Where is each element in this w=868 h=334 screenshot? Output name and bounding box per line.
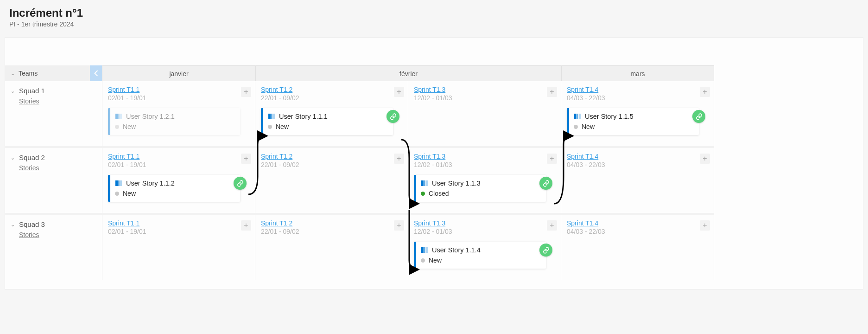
- month-label: février: [399, 70, 418, 77]
- add-card-button[interactable]: +: [700, 220, 710, 231]
- add-card-button[interactable]: +: [547, 87, 557, 97]
- sprint-cell: Sprint T1.4 04/03 - 22/03 + User Story 1…: [561, 81, 714, 146]
- card-title: User Story 1.1.3: [432, 180, 481, 187]
- link-badge[interactable]: [539, 177, 552, 190]
- sprint-cell: Sprint T1.3 12/02 - 01/03 +: [408, 81, 561, 146]
- sprint-dates: 12/02 - 01/03: [414, 161, 452, 168]
- link-icon: [696, 113, 703, 120]
- team-cell: ⌄ Squad 1 Stories: [5, 81, 102, 146]
- stories-link[interactable]: Stories: [19, 164, 39, 172]
- svg-rect-7: [577, 114, 578, 119]
- sprint-cell: Sprint T1.4 04/03 - 22/03 +: [561, 148, 714, 213]
- sprint-link[interactable]: Sprint T1.4: [567, 219, 598, 227]
- add-card-button[interactable]: +: [700, 87, 710, 97]
- svg-rect-12: [421, 180, 424, 186]
- add-card-button[interactable]: +: [547, 220, 557, 231]
- chevron-down-icon[interactable]: ⌄: [11, 155, 15, 161]
- add-card-button[interactable]: +: [394, 87, 404, 97]
- card-status: New: [582, 123, 595, 130]
- sprint-link[interactable]: Sprint T1.3: [414, 219, 445, 227]
- sprint-link[interactable]: Sprint T1.1: [108, 86, 139, 93]
- scroll-left-button[interactable]: [90, 65, 102, 81]
- sprint-link[interactable]: Sprint T1.2: [261, 86, 292, 93]
- sprint-dates: 22/01 - 09/02: [261, 161, 299, 168]
- add-card-button[interactable]: +: [241, 87, 251, 97]
- card-status: New: [429, 257, 442, 264]
- sprint-link[interactable]: Sprint T1.3: [414, 153, 445, 160]
- add-card-button[interactable]: +: [241, 154, 251, 164]
- work-item-card[interactable]: User Story 1.1.3 Closed: [414, 175, 546, 202]
- link-badge[interactable]: [539, 244, 552, 257]
- sprint-link[interactable]: Sprint T1.3: [414, 86, 445, 93]
- add-card-button[interactable]: +: [394, 154, 404, 164]
- expand-all-icon[interactable]: ⌄: [11, 71, 15, 77]
- month-label: mars: [630, 70, 645, 77]
- planning-board: ⌄ Teams janvier février mars ⌄ Squad 1 S…: [5, 37, 863, 289]
- card-status: New: [123, 190, 136, 197]
- link-badge[interactable]: [234, 177, 247, 190]
- chevron-left-icon: [94, 70, 98, 77]
- month-header: mars: [561, 65, 714, 81]
- sprint-dates: 04/03 - 22/03: [567, 161, 605, 168]
- svg-rect-3: [268, 114, 271, 119]
- link-icon: [543, 247, 550, 254]
- sprint-dates: 12/02 - 01/03: [414, 228, 452, 235]
- sprint-link[interactable]: Sprint T1.2: [261, 153, 292, 160]
- status-dot-icon: [115, 192, 119, 196]
- user-story-icon: [421, 246, 428, 254]
- chevron-down-icon[interactable]: ⌄: [11, 88, 15, 94]
- svg-rect-0: [115, 114, 118, 119]
- user-story-icon: [115, 180, 122, 187]
- sprint-cell: Sprint T1.2 22/01 - 09/02 +: [255, 215, 408, 280]
- sprint-dates: 02/01 - 19/01: [108, 228, 146, 235]
- link-badge[interactable]: [692, 110, 705, 123]
- teams-header: ⌄ Teams: [5, 65, 102, 81]
- card-title: User Story 1.1.5: [585, 113, 634, 120]
- month-header: février: [255, 65, 561, 81]
- card-title: User Story 1.1.4: [432, 246, 481, 254]
- add-card-button[interactable]: +: [394, 220, 404, 231]
- sprint-cell: Sprint T1.1 02/01 - 19/01 + User Story 1…: [102, 148, 255, 213]
- card-status: New: [123, 123, 136, 130]
- team-cell: ⌄ Squad 3 Stories: [5, 215, 102, 280]
- stories-link[interactable]: Stories: [19, 97, 39, 105]
- month-header: janvier: [102, 65, 255, 81]
- chevron-down-icon[interactable]: ⌄: [11, 222, 15, 228]
- sprint-link[interactable]: Sprint T1.4: [567, 86, 598, 93]
- work-item-card[interactable]: User Story 1.2.1 New: [108, 108, 240, 135]
- sprint-dates: 02/01 - 19/01: [108, 94, 146, 102]
- page-title: Incrément n°1: [9, 6, 859, 19]
- work-item-card[interactable]: User Story 1.1.5 New: [567, 108, 699, 135]
- svg-rect-11: [120, 180, 122, 186]
- work-item-card[interactable]: User Story 1.1.1 New: [261, 108, 393, 135]
- svg-rect-10: [118, 180, 120, 186]
- link-badge[interactable]: [386, 110, 399, 123]
- link-icon: [390, 113, 397, 120]
- sprint-cell: Sprint T1.3 12/02 - 01/03 + User Story 1…: [408, 148, 561, 213]
- card-title: User Story 1.1.2: [126, 180, 175, 187]
- add-card-button[interactable]: +: [241, 220, 251, 231]
- card-title: User Story 1.2.1: [126, 113, 175, 120]
- svg-rect-15: [421, 247, 424, 253]
- sprint-cell: Sprint T1.2 22/01 - 09/02 +: [255, 148, 408, 213]
- stories-link[interactable]: Stories: [19, 231, 39, 238]
- status-dot-icon: [115, 125, 119, 129]
- user-story-icon: [268, 113, 275, 120]
- sprint-link[interactable]: Sprint T1.4: [567, 153, 598, 160]
- svg-rect-1: [118, 114, 120, 119]
- sprint-dates: 12/02 - 01/03: [414, 94, 452, 102]
- svg-rect-6: [574, 114, 577, 119]
- work-item-card[interactable]: User Story 1.1.4 New: [414, 242, 546, 269]
- add-card-button[interactable]: +: [547, 154, 557, 164]
- card-title: User Story 1.1.1: [279, 113, 328, 120]
- sprint-link[interactable]: Sprint T1.2: [261, 219, 292, 227]
- sprint-cell: Sprint T1.2 22/01 - 09/02 + User Story 1…: [255, 81, 408, 146]
- svg-rect-9: [115, 180, 118, 186]
- sprint-cell: Sprint T1.1 02/01 - 19/01 +: [102, 215, 255, 280]
- user-story-icon: [421, 180, 428, 187]
- work-item-card[interactable]: User Story 1.1.2 New: [108, 175, 240, 202]
- sprint-link[interactable]: Sprint T1.1: [108, 153, 139, 160]
- svg-rect-8: [579, 114, 581, 119]
- sprint-link[interactable]: Sprint T1.1: [108, 219, 139, 227]
- add-card-button[interactable]: +: [700, 154, 710, 164]
